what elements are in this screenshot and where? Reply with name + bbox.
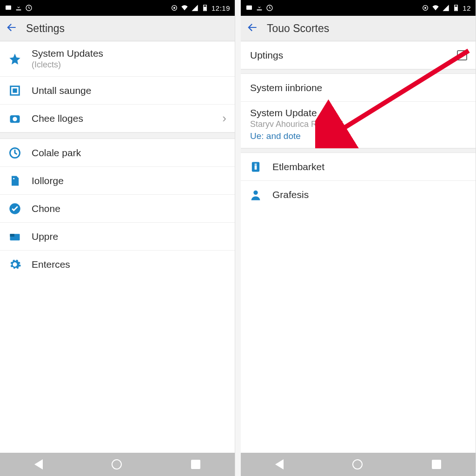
app-bar-left: Settings xyxy=(0,16,235,41)
row-sublabel: Staryv Ahourica Ristailad xyxy=(250,119,467,129)
row-label: System iinbrione xyxy=(250,82,467,93)
row-uppre[interactable]: Uppre xyxy=(0,223,235,251)
status-right-icons: 12 xyxy=(422,4,471,12)
row-chone[interactable]: Chone xyxy=(0,195,235,223)
status-time: 12 xyxy=(463,4,471,12)
section-divider xyxy=(241,148,476,153)
nav-home-button[interactable] xyxy=(112,459,122,469)
clock-icon xyxy=(8,146,21,159)
back-arrow-icon xyxy=(246,21,258,33)
status-bar: 12:19 xyxy=(0,0,235,16)
page-title: Settings xyxy=(26,22,65,35)
svg-rect-1 xyxy=(16,9,21,10)
back-button[interactable] xyxy=(6,21,18,35)
svg-point-10 xyxy=(13,117,17,121)
row-grafesis[interactable]: Grafesis xyxy=(241,181,476,209)
row-label: Untall saunge xyxy=(32,85,226,96)
row-etlembarket[interactable]: Etlembarket xyxy=(241,153,476,181)
status-left-icons xyxy=(5,4,33,12)
row-label: Grafesis xyxy=(272,189,467,200)
star-icon xyxy=(8,53,21,66)
signal-icon xyxy=(442,4,450,12)
row-system-inbrione[interactable]: System iinbrione xyxy=(241,74,476,102)
clock-status-icon xyxy=(25,4,33,12)
nav-recents-icon xyxy=(191,460,200,469)
back-arrow-icon xyxy=(6,21,18,33)
row-label: Uppre xyxy=(32,231,226,242)
nav-home-button[interactable] xyxy=(352,459,363,469)
status-left-icons xyxy=(245,4,273,12)
back-button[interactable] xyxy=(246,21,258,35)
row-sublabel: (Iclects) xyxy=(32,60,226,70)
nav-recents-button[interactable] xyxy=(432,460,441,469)
row-label: Chone xyxy=(32,203,226,214)
clock-status-icon xyxy=(266,4,273,12)
row-system-update[interactable]: System Update Staryv Ahourica Ristailad … xyxy=(241,102,476,148)
location-status-icon xyxy=(171,4,178,12)
svg-point-4 xyxy=(173,7,175,9)
svg-rect-26 xyxy=(255,164,257,165)
location-status-icon xyxy=(422,4,429,12)
row-colale[interactable]: Colale park xyxy=(0,139,235,167)
download-icon xyxy=(15,4,22,12)
nav-back-button[interactable] xyxy=(275,459,284,469)
row-label: Iollorge xyxy=(32,175,226,186)
svg-rect-25 xyxy=(255,165,257,169)
svg-rect-6 xyxy=(204,7,206,10)
storage-icon xyxy=(8,174,21,187)
battery-icon xyxy=(452,4,460,12)
camera-icon xyxy=(8,112,21,125)
row-label: Uptings xyxy=(250,50,457,61)
row-label: System Update xyxy=(250,107,467,119)
info-icon xyxy=(249,160,262,173)
status-bar: 12 xyxy=(241,0,476,16)
nav-back-button[interactable] xyxy=(34,459,43,469)
row-chee[interactable]: Chee lloges › xyxy=(0,105,235,132)
row-uptings[interactable]: Uptings xyxy=(241,41,476,69)
row-label: Etlembarket xyxy=(272,161,467,172)
section-divider xyxy=(0,132,235,139)
app-bar-right: Touo Scortes xyxy=(241,16,476,41)
message-icon xyxy=(245,4,253,12)
signal-icon xyxy=(191,4,198,12)
wifi-icon xyxy=(181,4,188,12)
nav-recents-button[interactable] xyxy=(191,460,200,469)
message-icon xyxy=(5,4,12,12)
nav-bar xyxy=(0,453,235,476)
gear-icon xyxy=(8,258,21,271)
row-label: Enterces xyxy=(32,259,226,270)
nav-bar xyxy=(241,453,476,476)
nav-recents-icon xyxy=(432,460,441,469)
nav-home-icon xyxy=(352,459,363,469)
battery-icon xyxy=(201,4,209,12)
phone-left: 12:19 Settings System Updates (Iclects) … xyxy=(0,0,235,476)
nav-back-icon xyxy=(275,459,284,469)
check-circle-icon xyxy=(8,202,21,215)
svg-rect-0 xyxy=(6,6,11,10)
svg-point-27 xyxy=(253,191,258,195)
square-icon xyxy=(8,84,21,97)
settings-list-left: System Updates (Iclects) Untall saunge C… xyxy=(0,41,235,453)
svg-rect-17 xyxy=(246,6,252,10)
row-label: System Updates xyxy=(32,48,226,59)
wifi-icon xyxy=(432,4,439,12)
download-icon xyxy=(256,4,263,12)
svg-point-12 xyxy=(13,178,14,179)
row-enterces[interactable]: Enterces xyxy=(0,251,235,278)
row-label: Chee lloges xyxy=(32,113,222,124)
person-icon xyxy=(249,188,262,201)
row-untall[interactable]: Untall saunge xyxy=(0,77,235,105)
phone-right: 12 Touo Scortes Uptings System iinbrione… xyxy=(241,0,476,476)
svg-rect-18 xyxy=(257,9,262,10)
svg-point-21 xyxy=(424,7,426,9)
svg-rect-23 xyxy=(455,7,457,10)
row-link[interactable]: Ue: and dote xyxy=(250,131,467,141)
nav-back-icon xyxy=(34,459,43,469)
card-icon xyxy=(8,230,21,243)
status-time: 12:19 xyxy=(212,4,230,12)
row-label: Colale park xyxy=(32,147,226,159)
row-system-updates[interactable]: System Updates (Iclects) xyxy=(0,41,235,77)
row-iollorge[interactable]: Iollorge xyxy=(0,167,235,195)
svg-rect-8 xyxy=(13,88,17,93)
uptings-checkbox[interactable] xyxy=(457,50,467,60)
